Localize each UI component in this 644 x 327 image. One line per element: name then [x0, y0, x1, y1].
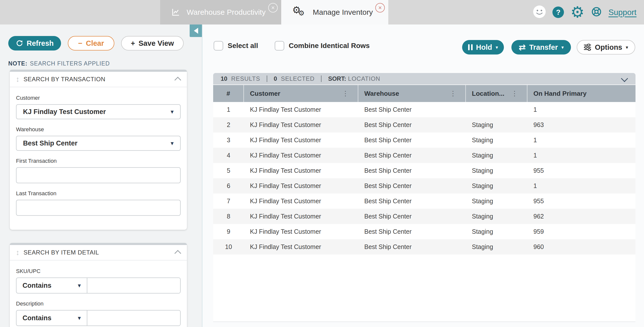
close-tab-icon[interactable]: ×	[375, 3, 385, 12]
cell-on-hand-primary: 960	[527, 243, 635, 250]
column-label: Location...	[472, 90, 504, 98]
separator	[267, 76, 267, 82]
table-row[interactable]: 1KJ Findlay Test CustomerBest Ship Cente…	[213, 102, 635, 117]
cell-customer: KJ Findlay Test Customer	[244, 228, 358, 235]
combine-identical-rows-checkbox[interactable]	[275, 41, 284, 50]
table-header-row: #Customer⋮Warehouse⋮Location...⋮On Hand …	[213, 85, 635, 102]
combine-identical-rows-checkbox-group[interactable]: Combine Identical Rows	[275, 41, 370, 50]
select-all-checkbox[interactable]	[214, 41, 223, 50]
close-tab-icon[interactable]: ×	[268, 3, 278, 12]
table-body: 1KJ Findlay Test CustomerBest Ship Cente…	[213, 102, 635, 254]
panel-header[interactable]: ↕ SEARCH BY ITEM DETAIL	[10, 245, 187, 260]
cell-customer: KJ Findlay Test Customer	[244, 182, 358, 190]
app-window: Warehouse Productivity × ⚙⚙ Manage Inven…	[0, 0, 644, 327]
warehouse-select[interactable]: Best Ship Center ▾	[16, 136, 181, 151]
column-header-customer[interactable]: Customer⋮	[244, 85, 358, 102]
help-icon[interactable]: ?	[552, 6, 564, 18]
sku-operator-select[interactable]: Contains ▾	[17, 278, 87, 293]
filters-note: NOTE:SEARCH FILTERS APPLIED	[8, 60, 110, 67]
save-view-label: Save View	[139, 39, 174, 48]
sku-operator-value: Contains	[23, 282, 52, 290]
filters-sidebar: Refresh − Clear + Save View NOTE:SEARCH …	[0, 24, 202, 327]
hold-button[interactable]: Hold ▾	[462, 40, 504, 54]
collapse-chevron-icon[interactable]	[174, 76, 181, 83]
table-row[interactable]: 6KJ Findlay Test CustomerBest Ship Cente…	[213, 178, 635, 194]
combine-identical-rows-label: Combine Identical Rows	[289, 42, 370, 50]
collapse-sidebar-button[interactable]	[190, 24, 202, 37]
column-header-location[interactable]: Location...⋮	[466, 85, 527, 102]
line-chart-icon	[171, 8, 180, 17]
last-transaction-input[interactable]	[16, 200, 181, 216]
table-row[interactable]: 9KJ Findlay Test CustomerBest Ship Cente…	[213, 224, 635, 239]
row-number: 6	[213, 182, 244, 190]
results-summary-bar: 10 RESULTS 0 SELECTED SORT: LOCATION	[213, 73, 635, 84]
column-menu-icon[interactable]: ⋮	[511, 90, 518, 98]
description-input[interactable]	[87, 310, 180, 326]
warehouse-value: Best Ship Center	[23, 140, 78, 147]
table-row[interactable]: 5KJ Findlay Test CustomerBest Ship Cente…	[213, 163, 635, 178]
table-row[interactable]: 8KJ Findlay Test CustomerBest Ship Cente…	[213, 209, 635, 224]
column-header-[interactable]: #	[213, 85, 244, 102]
sku-upc-input[interactable]	[87, 278, 180, 293]
chevron-down-icon[interactable]	[621, 75, 628, 82]
main-content: Select all Combine Identical Rows Hold ▾…	[202, 24, 644, 327]
note-prefix: NOTE:	[8, 60, 28, 67]
clear-button[interactable]: − Clear	[68, 36, 114, 50]
sku-upc-label: SKU/UPC	[16, 268, 181, 274]
column-menu-icon[interactable]: ⋮	[342, 90, 349, 98]
cell-warehouse: Best Ship Center	[358, 213, 466, 220]
refresh-button[interactable]: Refresh	[8, 36, 61, 50]
cell-location: Staging	[466, 198, 527, 205]
customer-label: Customer	[16, 95, 181, 101]
panel-title: SEARCH BY TRANSACTION	[24, 76, 172, 83]
sliders-icon	[584, 44, 591, 51]
column-menu-icon[interactable]: ⋮	[450, 90, 456, 98]
options-button[interactable]: Options ▾	[577, 40, 635, 54]
transfer-button[interactable]: ⇄ Transfer ▾	[511, 40, 571, 54]
cell-customer: KJ Findlay Test Customer	[244, 198, 358, 205]
support-link[interactable]: Support	[608, 8, 636, 17]
drag-handle-icon[interactable]: ↕	[16, 249, 20, 256]
support-lifering-icon[interactable]	[591, 6, 602, 18]
table-row[interactable]: 10KJ Findlay Test CustomerBest Ship Cent…	[213, 239, 635, 254]
cell-location: Staging	[466, 121, 527, 128]
refresh-icon	[16, 40, 23, 47]
cell-customer: KJ Findlay Test Customer	[244, 213, 358, 220]
customer-select[interactable]: KJ Findlay Test Customer ▾	[16, 104, 181, 119]
sku-upc-filter: Contains ▾	[16, 278, 181, 294]
cell-customer: KJ Findlay Test Customer	[244, 152, 358, 159]
results-count: 10	[221, 75, 227, 82]
drag-handle-icon[interactable]: ↕	[16, 76, 20, 83]
cell-on-hand-primary: 962	[527, 213, 635, 220]
panel-header[interactable]: ↕ SEARCH BY TRANSACTION	[10, 72, 187, 87]
caret-down-icon: ▾	[78, 282, 81, 289]
collapse-chevron-icon[interactable]	[174, 250, 181, 256]
row-number: 9	[213, 228, 244, 235]
table-row[interactable]: 2KJ Findlay Test CustomerBest Ship Cente…	[213, 117, 635, 132]
select-all-label: Select all	[228, 42, 258, 50]
column-header-on-hand-primary[interactable]: On Hand Primary	[527, 85, 635, 102]
column-header-warehouse[interactable]: Warehouse⋮	[358, 85, 466, 102]
cell-warehouse: Best Ship Center	[358, 106, 466, 113]
table-row[interactable]: 3KJ Findlay Test CustomerBest Ship Cente…	[213, 132, 635, 148]
cell-on-hand-primary: 959	[527, 228, 635, 235]
table-row[interactable]: 4KJ Findlay Test CustomerBest Ship Cente…	[213, 148, 635, 163]
minus-icon: −	[78, 39, 82, 48]
tab-manage-inventory[interactable]: ⚙⚙ Manage Inventory ×	[281, 0, 388, 24]
cell-warehouse: Best Ship Center	[358, 228, 466, 235]
description-label: Description	[16, 300, 181, 307]
caret-down-icon: ▾	[626, 44, 628, 50]
save-view-button[interactable]: + Save View	[121, 36, 184, 50]
selected-label: SELECTED	[281, 75, 315, 82]
select-all-checkbox-group[interactable]: Select all	[214, 41, 258, 50]
first-transaction-input[interactable]	[16, 167, 181, 183]
tab-warehouse-productivity[interactable]: Warehouse Productivity ×	[160, 0, 281, 24]
settings-gear-icon[interactable]: ⚙	[570, 6, 584, 19]
table-row[interactable]: 7KJ Findlay Test CustomerBest Ship Cente…	[213, 194, 635, 209]
description-operator-select[interactable]: Contains ▾	[17, 310, 87, 326]
note-text: SEARCH FILTERS APPLIED	[30, 60, 110, 67]
column-label: Warehouse	[364, 90, 399, 98]
avatar-smiley-icon[interactable]	[533, 5, 546, 19]
cell-customer: KJ Findlay Test Customer	[244, 243, 358, 250]
cell-on-hand-primary: 955	[527, 198, 635, 205]
